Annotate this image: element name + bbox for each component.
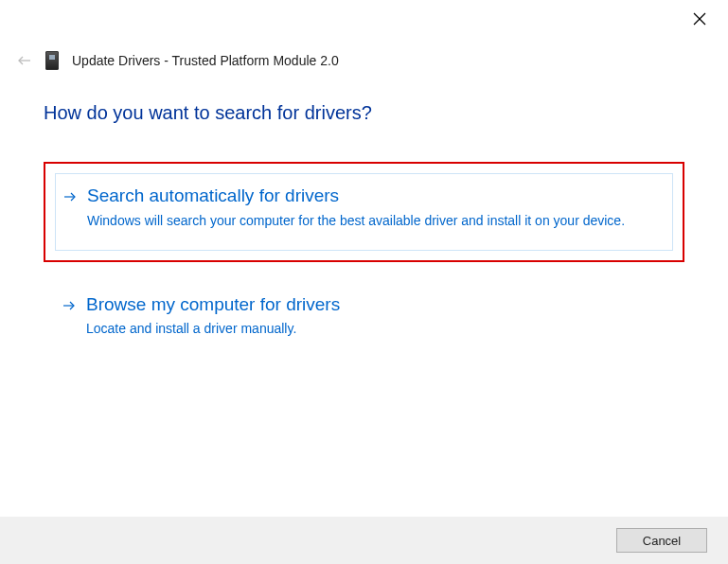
question-heading: How do you want to search for drivers? <box>44 102 684 124</box>
option-search-automatically[interactable]: Search automatically for drivers Windows… <box>44 162 684 262</box>
option-browse-computer[interactable]: Browse my computer for drivers Locate an… <box>44 279 684 357</box>
window-title: Update Drivers - Trusted Platform Module… <box>72 53 339 68</box>
arrow-right-icon <box>62 187 78 206</box>
option-description: Locate and install a driver manually. <box>86 320 666 338</box>
option-title: Search automatically for drivers <box>87 185 666 208</box>
back-arrow-icon <box>17 53 32 68</box>
option-description: Windows will search your computer for th… <box>87 212 666 230</box>
arrow-right-icon <box>62 296 77 315</box>
device-icon <box>45 51 59 70</box>
header: Update Drivers - Trusted Platform Module… <box>17 51 339 70</box>
content-area: How do you want to search for drivers? S… <box>44 102 684 373</box>
close-icon <box>693 12 706 26</box>
close-button[interactable] <box>690 9 709 28</box>
option-title: Browse my computer for drivers <box>86 293 666 317</box>
cancel-button[interactable]: Cancel <box>616 528 707 553</box>
footer-bar: Cancel <box>0 517 728 564</box>
back-button[interactable] <box>17 53 32 68</box>
